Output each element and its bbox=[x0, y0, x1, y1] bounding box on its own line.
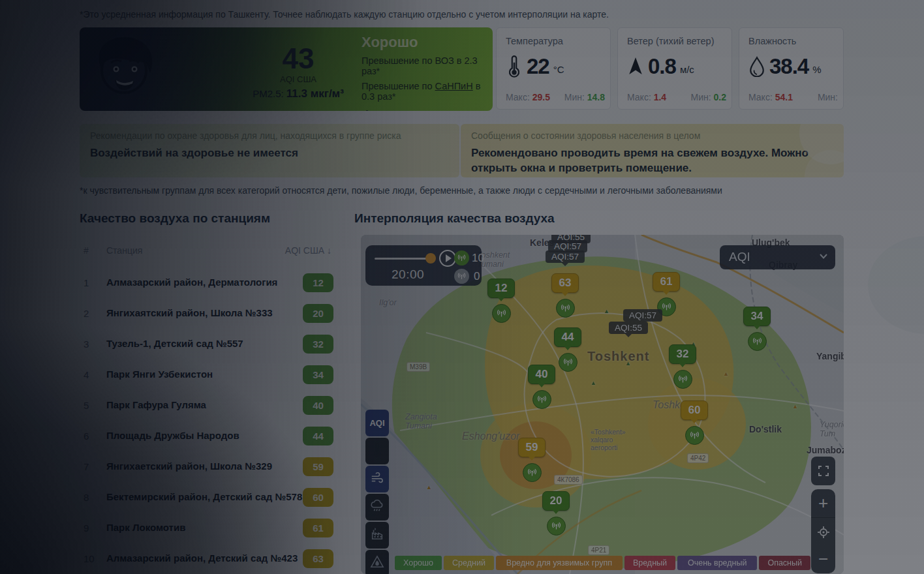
sort-desc-icon: ↓ bbox=[327, 245, 331, 256]
station-rank: 6 bbox=[84, 430, 89, 442]
legend-chip-вредно: Вредно для уязвимых групп bbox=[496, 556, 623, 570]
map-station-marker[interactable]: 59 bbox=[518, 438, 546, 482]
risk-group-advisory: Рекомендации по охране здоровья для лиц,… bbox=[80, 124, 459, 177]
max-reading: Макс: 54.1 bbox=[748, 92, 793, 102]
background-blob bbox=[868, 236, 924, 334]
sensitive-groups-note: *к чувствительным группам для всех катег… bbox=[80, 185, 843, 196]
timeline-player: 10 0 20:00 bbox=[365, 245, 482, 286]
time-slider-knob[interactable] bbox=[425, 253, 436, 264]
antenna-icon bbox=[532, 390, 551, 409]
antenna-icon bbox=[748, 332, 767, 351]
station-aqi-badge: 60 bbox=[303, 488, 333, 507]
aqi-legend: ХорошоСреднийВредно для уязвимых группВр… bbox=[395, 556, 810, 570]
col-station: Станция bbox=[106, 245, 142, 256]
air-quality-map[interactable]: KelesToshkent TumaniUlug'bekQibrayIlg'or… bbox=[361, 235, 844, 574]
droplet-icon bbox=[748, 56, 765, 77]
station-rank: 5 bbox=[84, 400, 89, 411]
col-aqi-sort[interactable]: AQI США ↓ bbox=[285, 245, 331, 256]
station-rank: 4 bbox=[84, 369, 89, 380]
locate-icon bbox=[817, 526, 830, 539]
layer-button-emissions[interactable] bbox=[365, 522, 389, 549]
station-row[interactable]: 3Тузель-1, Детский сад №55732 bbox=[80, 335, 334, 354]
antenna-icon bbox=[492, 304, 511, 323]
station-row[interactable]: 10Алмазарский район, Детский сад №42363 bbox=[80, 549, 334, 569]
station-name: Янгихаетский район, Школа №329 bbox=[106, 461, 272, 472]
stations-table-header: # Станция AQI США ↓ bbox=[80, 245, 334, 258]
weather-card-title: Ветер (тихий ветер) bbox=[627, 36, 724, 46]
station-rank: 7 bbox=[84, 461, 89, 472]
weather-value-number: 22 bbox=[527, 54, 549, 79]
station-name: Янгихаятский район, Школа №333 bbox=[106, 307, 273, 318]
fullscreen-button[interactable] bbox=[811, 457, 835, 485]
who-exceed-line: Превышение по ВОЗ в 2.3 раз* bbox=[362, 55, 489, 76]
time-slider[interactable] bbox=[375, 258, 428, 260]
pm25-reading: PM2.5: 11.3 мкг/м³ bbox=[246, 87, 350, 100]
station-rank: 3 bbox=[84, 339, 89, 350]
map-station-marker[interactable]: 34 bbox=[743, 307, 771, 351]
general-advisory-title: Сообщения о состоянии здоровья населения… bbox=[471, 130, 833, 141]
station-offline-icon bbox=[454, 269, 469, 284]
layer-button-fire[interactable] bbox=[365, 550, 389, 574]
marker-aqi-value: 12 bbox=[487, 279, 515, 298]
station-aqi-badge: 12 bbox=[303, 273, 333, 292]
station-aqi-badge: 40 bbox=[303, 396, 333, 415]
station-aqi-badge: 34 bbox=[303, 365, 333, 384]
station-aqi-badge: 20 bbox=[303, 304, 333, 323]
locate-button[interactable] bbox=[811, 517, 835, 547]
station-aqi-badge: 44 bbox=[303, 427, 333, 446]
station-row[interactable]: 6Площадь Дружбы Народов44 bbox=[80, 427, 334, 446]
aqi-tooltip: AQI:57 bbox=[546, 250, 585, 263]
station-online-icon bbox=[454, 250, 469, 265]
map-station-marker[interactable]: 20 bbox=[542, 491, 570, 536]
station-row[interactable]: 1Алмазарский район, Дерматология12 bbox=[80, 273, 334, 293]
min-reading: Мин: 0.2 bbox=[691, 92, 726, 102]
antenna-icon bbox=[556, 299, 575, 318]
sanpin-exceed-line: Превышение по СаНПиН в 0.3 раз* bbox=[362, 81, 489, 102]
marker-aqi-value: 20 bbox=[542, 491, 570, 511]
min-reading: Мин: bbox=[818, 92, 838, 102]
layer-button-temperature[interactable] bbox=[365, 438, 389, 464]
map-station-marker[interactable]: 63 bbox=[551, 273, 579, 318]
layer-dropdown-value: AQI bbox=[729, 250, 750, 264]
layer-button-aqi[interactable]: AQI bbox=[365, 410, 389, 436]
thermometer-icon bbox=[506, 56, 523, 77]
antenna-icon bbox=[559, 353, 578, 372]
weather-minmax-row: Макс: 29.5Мин: 14.8 bbox=[506, 92, 605, 102]
legend-chip-хорошо: Хорошо bbox=[395, 556, 442, 570]
layer-button-precipitation[interactable] bbox=[365, 494, 389, 521]
layer-button-wind[interactable] bbox=[365, 466, 389, 492]
legend-chip-очень: Очень вредный bbox=[677, 556, 757, 570]
map-station-marker[interactable]: 32 bbox=[669, 344, 696, 389]
station-row[interactable]: 2Янгихаятский район, Школа №33320 bbox=[80, 304, 334, 324]
weather-value-number: 38.4 bbox=[769, 54, 808, 79]
sanpin-link[interactable]: СаНПиН bbox=[435, 81, 473, 91]
weather-card-value: 22°C bbox=[506, 54, 602, 79]
map-station-marker[interactable]: 60 bbox=[681, 400, 708, 445]
timeline-time: 20:00 bbox=[392, 267, 424, 282]
antenna-icon bbox=[673, 370, 692, 389]
weather-card-value: 0.8м/с bbox=[627, 54, 724, 79]
max-reading: Макс: 1.4 bbox=[627, 92, 666, 102]
marker-aqi-value: 32 bbox=[669, 344, 696, 364]
map-station-marker[interactable]: 12 bbox=[487, 279, 515, 323]
marker-aqi-value: 60 bbox=[681, 400, 708, 420]
station-row[interactable]: 8Бектемирский район, Детский сад №57860 bbox=[80, 488, 334, 507]
map-station-marker[interactable]: 40 bbox=[528, 365, 555, 409]
layer-dropdown[interactable]: AQI bbox=[720, 245, 835, 269]
aqi-footnote: *для расчетов применено среднегодовое зн… bbox=[362, 110, 489, 111]
aqi-tooltip: AQI:57 bbox=[623, 309, 662, 322]
station-row[interactable]: 9Парк Локомотив61 bbox=[80, 519, 334, 538]
map-station-marker[interactable]: 44 bbox=[554, 327, 581, 372]
zoom-out-button[interactable]: − bbox=[811, 545, 835, 573]
legend-chip-опасный: Опасный bbox=[759, 556, 810, 570]
legend-chip-вредный: Вредный bbox=[624, 556, 675, 570]
station-row[interactable]: 5Парк Гафура Гуляма40 bbox=[80, 396, 334, 415]
zoom-in-button[interactable]: + bbox=[811, 489, 835, 517]
station-row[interactable]: 4Парк Янги Узбекистон34 bbox=[80, 365, 334, 385]
station-name: Парк Локомотив bbox=[106, 522, 185, 533]
station-name: Алмазарский район, Дерматология bbox=[106, 277, 277, 288]
station-row[interactable]: 7Янгихаетский район, Школа №32959 bbox=[80, 457, 334, 477]
max-reading: Макс: 29.5 bbox=[506, 92, 550, 102]
weather-value-unit: °C bbox=[553, 64, 564, 75]
layer-button-label: AQI bbox=[369, 418, 384, 428]
